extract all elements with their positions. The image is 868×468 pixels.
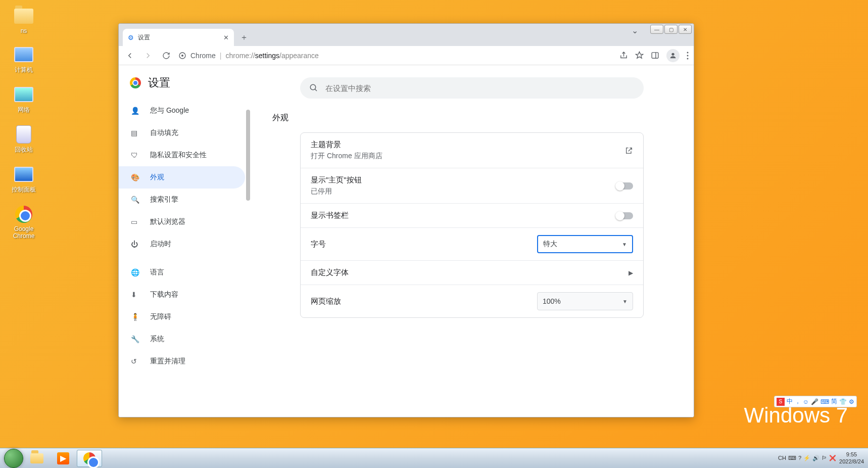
- address-bar: Chrome | chrome://settings/appearance: [119, 46, 694, 65]
- url-display[interactable]: Chrome | chrome://settings/appearance: [178, 52, 319, 60]
- start-button[interactable]: [4, 449, 23, 468]
- row-custom-fonts[interactable]: 自定义字体 ▶: [301, 261, 643, 285]
- nav-you-and-google[interactable]: 👤您与 Google: [119, 100, 245, 122]
- desktop-icon-network[interactable]: 网络: [6, 84, 41, 114]
- tray-help-icon[interactable]: ?: [798, 455, 801, 461]
- zoom-label: 网页缩放: [311, 297, 341, 306]
- new-tab-button[interactable]: ＋: [237, 30, 251, 44]
- settings-search[interactable]: [300, 77, 644, 99]
- shield-icon: 🛡: [131, 151, 141, 159]
- clock-time: 9:55: [839, 451, 864, 458]
- close-tab-button[interactable]: ✕: [223, 34, 229, 41]
- taskbar-clock[interactable]: 9:55 2022/8/24: [839, 451, 864, 464]
- nav-default-browser[interactable]: ▭默认浏览器: [119, 211, 245, 233]
- taskbar-media-player[interactable]: ▶: [51, 450, 76, 467]
- bookmarks-toggle[interactable]: [616, 212, 633, 219]
- desktop-icon-recycle[interactable]: 回收站: [6, 124, 41, 154]
- reload-button[interactable]: [160, 50, 172, 62]
- row-theme[interactable]: 主题背景 打开 Chrome 应用商店: [301, 133, 643, 168]
- custom-fonts-label: 自定义字体: [311, 268, 349, 277]
- forward-button[interactable]: [142, 50, 154, 62]
- home-button-toggle[interactable]: [616, 182, 633, 190]
- menu-button[interactable]: [687, 52, 689, 60]
- system-tray: CH ⌨ ? ⚡ 🔊 🏳 ❌ 9:55 2022/8/24: [778, 451, 864, 464]
- row-page-zoom: 网页缩放 100% ▼: [301, 285, 643, 317]
- desktop-icon-chrome[interactable]: Google Chrome: [6, 204, 41, 240]
- browser-icon: ▭: [131, 218, 141, 226]
- restore-icon: ↺: [131, 357, 141, 365]
- minimize-button[interactable]: —: [650, 25, 663, 34]
- maximize-button[interactable]: ▢: [664, 25, 678, 34]
- nav-accessibility[interactable]: 🧍无障碍: [119, 306, 245, 328]
- back-button[interactable]: [124, 50, 136, 62]
- ime-lang[interactable]: 中: [787, 397, 793, 406]
- font-size-select[interactable]: 特大 ▼: [537, 235, 633, 253]
- external-link-icon: [625, 147, 633, 155]
- chrome-logo-icon: [130, 77, 141, 88]
- close-window-button[interactable]: ✕: [679, 25, 692, 34]
- nav-reset[interactable]: ↺重置并清理: [119, 350, 245, 372]
- clock-date: 2022/8/24: [839, 458, 864, 465]
- tray-volume-icon[interactable]: 🔊: [812, 455, 819, 461]
- section-title: 外观: [272, 113, 673, 123]
- desktop-icons: ns 计算机 网络 回收站 控制面板 Google Chrome: [6, 6, 41, 240]
- ime-mic[interactable]: 🎤: [811, 398, 818, 405]
- download-icon: ⬇: [131, 291, 141, 299]
- search-icon: [309, 83, 318, 92]
- settings-search-input[interactable]: [325, 84, 635, 92]
- tray-power-icon[interactable]: ⚡: [803, 455, 810, 461]
- chrome-page-icon: [178, 52, 186, 60]
- nav-appearance[interactable]: 🎨外观: [119, 166, 245, 189]
- palette-icon: 🎨: [131, 173, 141, 181]
- tray-lang[interactable]: CH: [778, 455, 786, 461]
- browser-tab[interactable]: ⚙ 设置 ✕: [123, 29, 234, 46]
- nav-on-startup[interactable]: ⏻启动时: [119, 233, 245, 255]
- chevron-down-icon: ▼: [622, 242, 627, 247]
- nav-privacy[interactable]: 🛡隐私设置和安全性: [119, 144, 245, 166]
- ime-settings[interactable]: ⚙: [849, 398, 854, 405]
- taskbar-chrome[interactable]: [77, 450, 102, 467]
- share-button[interactable]: [619, 51, 628, 60]
- desktop-icon-control-panel[interactable]: 控制面板: [6, 164, 41, 194]
- nav-languages[interactable]: 🌐语言: [119, 261, 245, 284]
- desktop-icon-computer[interactable]: 计算机: [6, 44, 41, 74]
- font-size-label: 字号: [311, 240, 326, 249]
- zoom-select[interactable]: 100% ▼: [537, 292, 633, 310]
- nav-downloads[interactable]: ⬇下载内容: [119, 284, 245, 306]
- power-icon: ⏻: [131, 240, 141, 248]
- row-show-home: 显示"主页"按钮 已停用: [301, 168, 643, 204]
- url-scheme: Chrome: [190, 52, 216, 60]
- svg-rect-2: [652, 53, 658, 58]
- nav-system[interactable]: 🔧系统: [119, 328, 245, 350]
- ime-skin[interactable]: 👕: [839, 398, 847, 405]
- ime-simp[interactable]: 简: [831, 397, 837, 406]
- ime-toolbar[interactable]: S 中 ， ☺ 🎤 ⌨ 简 👕 ⚙: [774, 396, 857, 407]
- sidebar-scrollbar[interactable]: [246, 110, 250, 201]
- chrome-window: ⚙ 设置 ✕ ＋ ⌄ — ▢ ✕ Chrome | chrome://setti…: [118, 23, 694, 417]
- ime-punct[interactable]: ，: [795, 397, 801, 406]
- svg-point-7: [687, 58, 689, 59]
- nav-autofill[interactable]: ▤自动填充: [119, 122, 245, 144]
- accessibility-icon: 🧍: [131, 313, 141, 321]
- settings-sidebar: 设置 👤您与 Google ▤自动填充 🛡隐私设置和安全性 🎨外观 🔍搜索引擎 …: [119, 65, 250, 417]
- profile-button[interactable]: [666, 49, 680, 62]
- appearance-card: 主题背景 打开 Chrome 应用商店 显示"主页"按钮 已停用 显示书签栏: [300, 132, 644, 318]
- nav-search-engine[interactable]: 🔍搜索引擎: [119, 189, 245, 211]
- desktop-icon-ns[interactable]: ns: [6, 6, 41, 34]
- chevron-right-icon: ▶: [629, 269, 633, 276]
- row-font-size: 字号 特大 ▼: [301, 228, 643, 261]
- bookmark-button[interactable]: [635, 51, 644, 60]
- search-icon: 🔍: [131, 196, 141, 204]
- ime-kbd[interactable]: ⌨: [821, 398, 829, 405]
- tray-flag-icon[interactable]: 🏳: [822, 455, 827, 461]
- taskbar: ▶ CH ⌨ ? ⚡ 🔊 🏳 ❌ 9:55 2022/8/24: [0, 448, 868, 468]
- side-panel-button[interactable]: [651, 51, 659, 60]
- zoom-value: 100%: [543, 297, 561, 305]
- tray-kbd-icon[interactable]: ⌨: [788, 455, 796, 461]
- ime-emoji[interactable]: ☺: [803, 398, 809, 405]
- tray-alert-icon[interactable]: ❌: [829, 455, 836, 461]
- home-button-label: 显示"主页"按钮: [311, 175, 362, 185]
- taskbar-explorer[interactable]: [24, 450, 50, 467]
- tab-search-button[interactable]: ⌄: [632, 26, 638, 35]
- home-button-sublabel: 已停用: [311, 187, 362, 196]
